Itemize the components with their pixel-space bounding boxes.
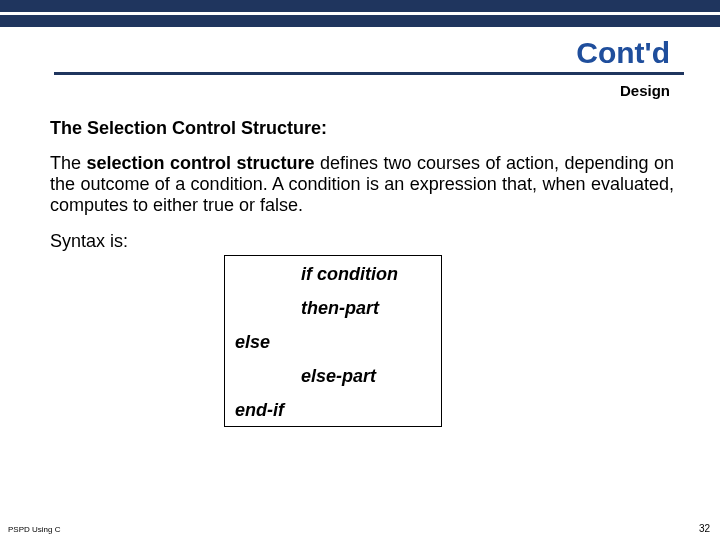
code-endif: end-if (235, 400, 284, 421)
header-band-1 (0, 0, 720, 12)
syntax-code-box: if condition then-part else else-part en… (224, 255, 442, 427)
code-thenpart: then-part (301, 298, 379, 319)
para-lead: The (50, 153, 86, 173)
slide-title: Cont'd (576, 36, 670, 69)
syntax-row: Syntax is: (50, 231, 674, 252)
header-band-2 (0, 15, 720, 27)
code-else: else (235, 332, 270, 353)
para-bold-term: selection control structure (86, 153, 314, 173)
page-number: 32 (699, 523, 710, 534)
footer-left: PSPD Using C (8, 525, 60, 534)
section-heading: The Selection Control Structure: (50, 118, 674, 139)
body-paragraph: The selection control structure defines … (50, 153, 674, 217)
slide-subtitle: Design (620, 82, 670, 99)
title-area: Cont'd (0, 28, 720, 74)
title-underline (54, 72, 684, 75)
code-if: if condition (301, 264, 398, 285)
content-area: The Selection Control Structure: The sel… (50, 118, 674, 252)
syntax-label: Syntax is: (50, 231, 128, 252)
code-elsepart: else-part (301, 366, 376, 387)
